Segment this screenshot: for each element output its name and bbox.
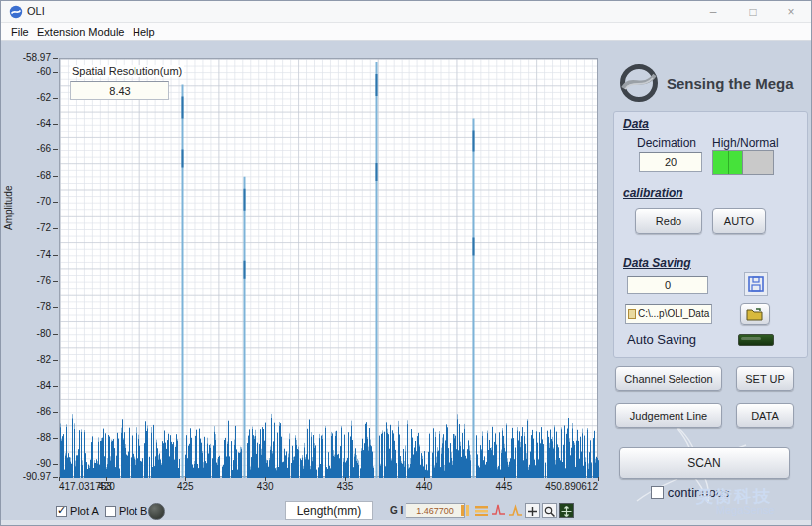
cursor-crosshair-icon[interactable]: [525, 503, 540, 518]
y-tick-label: -64: [3, 118, 51, 129]
decimation-input[interactable]: 20: [639, 152, 702, 172]
browse-folder-button[interactable]: [740, 303, 770, 325]
x-tick-mark: [598, 477, 599, 481]
judgement-line-button[interactable]: Judgement Line: [615, 403, 722, 428]
y-tick-mark: [53, 281, 58, 282]
brand-logo-icon: [617, 61, 661, 105]
bottom-strip: [1, 520, 811, 526]
plot-legend-row: ✓ Plot A Plot B: [56, 505, 147, 517]
x-tick-mark: [265, 477, 266, 481]
y-tick-label: -90: [3, 458, 51, 469]
scan-button[interactable]: SCAN: [619, 447, 790, 479]
x-tick-mark: [345, 477, 346, 481]
x-tick-label: 445: [496, 481, 513, 492]
save-path-input[interactable]: C:\...p\OLI_Data: [625, 304, 712, 324]
x-tick-mark: [106, 477, 107, 481]
y-tick-label: -58.97: [3, 52, 51, 63]
auto-button[interactable]: AUTO: [712, 208, 766, 234]
y-tick-label: -74: [3, 249, 51, 260]
orange-trace-icon[interactable]: [508, 503, 523, 518]
y-tick-mark: [53, 176, 58, 177]
y-tick-mark: [53, 307, 58, 308]
y-tick-mark: [53, 228, 58, 229]
menu-help[interactable]: Help: [129, 25, 159, 39]
y-tick-label: -82: [3, 354, 51, 365]
y-tick-mark: [53, 58, 58, 59]
decimation-label: Decimation: [637, 136, 696, 150]
plot-a-checkbox[interactable]: ✓: [56, 506, 67, 517]
setup-button[interactable]: SET UP: [736, 366, 794, 391]
spatial-resolution-value: 8.43: [70, 81, 169, 100]
menu-extension-module[interactable]: Extension Module: [33, 25, 128, 39]
x-unit-selector[interactable]: Length(mm): [285, 501, 373, 520]
gi-label: G I: [390, 505, 403, 516]
zoom-icon[interactable]: [542, 503, 557, 518]
toggle-on-segment: [713, 151, 743, 174]
signal-plot[interactable]: Spatial Resolution(um) 8.43: [59, 58, 598, 477]
scale-bars-icon[interactable]: [457, 503, 472, 518]
brand-text: Sensing the Mega: [667, 75, 794, 92]
y-tick-mark: [53, 255, 58, 256]
plot-b-checkbox[interactable]: [105, 506, 116, 517]
signal-trace: [60, 59, 599, 478]
y-tick-mark: [53, 412, 58, 413]
folder-icon: [746, 307, 764, 321]
x-tick-mark: [59, 477, 60, 481]
y-tick-label: -84: [3, 380, 51, 391]
data-button[interactable]: DATA: [736, 403, 794, 428]
data-section-title: Data: [623, 117, 649, 131]
y-tick-label: -86: [3, 406, 51, 417]
continuous-checkbox[interactable]: [651, 486, 664, 499]
watermark-en: MegaSense: [716, 504, 775, 516]
scale-lines-icon[interactable]: [474, 503, 489, 518]
y-tick-mark: [53, 360, 58, 361]
x-tick-label: 420: [98, 481, 115, 492]
data-saving-section-title: Data Saving: [623, 256, 691, 270]
status-led: [148, 503, 165, 520]
y-tick-mark: [53, 438, 58, 439]
y-tick-label: -70: [3, 196, 51, 207]
high-normal-label: High/Normal: [712, 136, 779, 150]
plot-a-label: Plot A: [70, 505, 99, 517]
y-tick-mark: [53, 98, 58, 99]
save-count-input[interactable]: 0: [627, 276, 708, 294]
save-icon[interactable]: [744, 272, 768, 296]
x-tick-label: 435: [337, 481, 354, 492]
app-icon: [9, 5, 23, 19]
y-tick-label: -78: [3, 301, 51, 312]
y-tick-label: -60: [3, 66, 51, 77]
x-tick-mark: [504, 477, 505, 481]
plot-b-label: Plot B: [119, 505, 147, 517]
title-bar: OLI – □ ×: [1, 1, 811, 23]
y-tick-label: -80: [3, 328, 51, 339]
minimize-button[interactable]: –: [698, 3, 728, 21]
x-tick-label: 440: [416, 481, 433, 492]
auto-saving-led: [738, 334, 774, 346]
y-tick-label: -76: [3, 275, 51, 286]
x-tick-label: 450.890612: [545, 481, 598, 492]
high-normal-toggle[interactable]: [712, 150, 774, 175]
y-tick-mark: [53, 149, 58, 150]
maximize-button[interactable]: □: [738, 3, 768, 21]
auto-saving-label: Auto Saving: [627, 332, 696, 347]
menu-bar: File Extension Module Help: [1, 23, 811, 41]
y-tick-label: -62: [3, 92, 51, 103]
channel-selection-button[interactable]: Channel Selection: [615, 366, 722, 391]
app-window: OLI – □ × File Extension Module Help Amp…: [0, 0, 812, 526]
close-button[interactable]: ×: [776, 3, 806, 21]
pan-icon[interactable]: [559, 503, 574, 518]
x-tick-mark: [185, 477, 186, 481]
y-tick-label: -90.97: [3, 471, 51, 482]
y-tick-mark: [53, 72, 58, 73]
y-tick-mark: [53, 334, 58, 335]
y-tick-mark: [53, 124, 58, 125]
red-trace-icon[interactable]: [491, 503, 506, 518]
menu-file[interactable]: File: [7, 25, 33, 39]
calibration-section-title: calibration: [623, 186, 683, 200]
x-tick-label: 430: [257, 481, 274, 492]
gi-value: 1.467700: [406, 503, 465, 518]
redo-button[interactable]: Redo: [635, 208, 702, 234]
y-tick-label: -88: [3, 432, 51, 443]
path-file-icon: [628, 309, 636, 319]
x-tick-label: 425: [177, 481, 194, 492]
